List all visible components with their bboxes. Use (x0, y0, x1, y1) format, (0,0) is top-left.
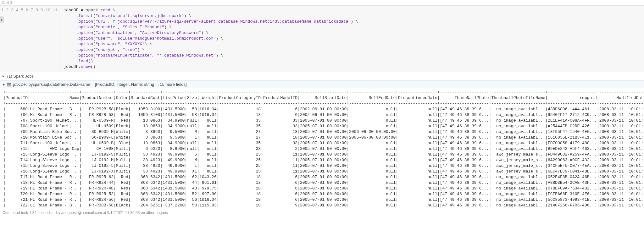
code-content[interactable]: jdbcDF = spark.read \ .format("com.micro… (60, 6, 361, 72)
text-output: +---------+--------------------+--------… (0, 88, 644, 209)
chevron-right-icon: ▸ (3, 82, 5, 87)
spark-jobs-toggle[interactable]: ▸ (1) Spark Jobs (0, 72, 644, 80)
chevron-right-icon: ▸ (3, 74, 5, 78)
cell-label: Cmd 3 (0, 0, 644, 5)
schema-var: jdbcDF: (13, 82, 28, 87)
cell-collapse-handle[interactable]: ▸ (0, 16, 4, 23)
command-footer: Command took 1.34 seconds -- by anogues4… (0, 209, 644, 216)
line-gutter: 1 2 3 4 5 6 7 8 9 10 11 (0, 6, 60, 72)
dataframe-schema-toggle[interactable]: ▸ jdbcDF: pyspark.sql.dataframe.DataFram… (0, 80, 644, 88)
spark-jobs-label: (1) Spark Jobs (7, 74, 34, 79)
schema-text: pyspark.sql.dataframe.DataFrame = [Produ… (28, 82, 186, 87)
table-icon (7, 83, 11, 86)
code-editor[interactable]: 1 2 3 4 5 6 7 8 9 10 11 jdbcDF = spark.r… (0, 5, 644, 72)
